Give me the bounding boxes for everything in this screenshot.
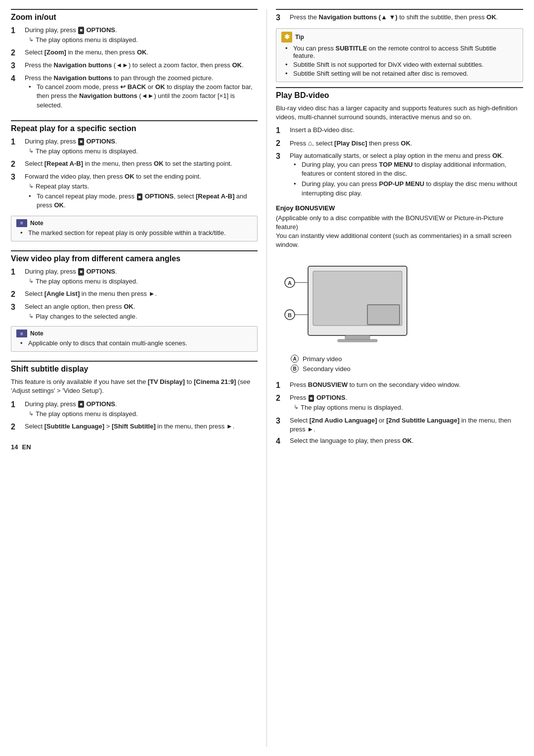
step-arrow: ↳ The play options menu is displayed. [29,147,258,156]
options-icon: ■ [78,138,84,145]
bd-diagram: A [281,255,424,351]
step-num: 3 [11,172,22,183]
zoom-step-1: 1 During play, press ■ OPTIONS. ↳ The pl… [11,26,258,46]
note-items: • The marked section for repeat play is … [16,229,252,236]
subtitle-step3-cont: 3 Press the Navigation buttons (▲ ▼) to … [276,9,523,82]
play-bd-title: Play BD-video [276,87,523,100]
step-num: 2 [276,139,287,149]
camera-step-3: 3 Select an angle option, then press OK.… [11,302,258,322]
step-num: 1 [11,26,22,36]
legend-item-b: B Secondary video [291,365,351,373]
zoom-step-4-bullets: • To cancel zoom mode, press ↩ BACK or O… [25,83,258,110]
note-label: Note [30,220,44,227]
step-content: Press the Navigation buttons (▲ ▼) to sh… [290,13,523,22]
step-content: Select [2nd Audio Language] or [2nd Subt… [290,416,523,434]
svg-rect-5 [367,305,400,325]
step-content: During play, press ■ OPTIONS. ↳ The play… [25,400,258,420]
svg-text:A: A [288,280,292,286]
note-icon: ≡ [16,330,27,337]
bullet-item: • To cancel repeat play mode, press ■ OP… [29,192,258,210]
step-num: 3 [276,13,287,23]
note-header: ≡ Note [16,330,252,337]
subtitle-step-3: 3 Press the Navigation buttons (▲ ▼) to … [276,13,523,23]
repeat-step-3: 3 Forward the video play, then press OK … [11,172,258,212]
bd-svg: A [281,255,424,349]
tip-icon: ✱ [281,32,292,43]
step-num: 1 [11,400,22,410]
legend-item-a: A Primary video [291,355,351,363]
play-bd-step-1: 1 Insert a BD-video disc. [276,126,523,136]
bonusview-steps: 1 Press BONUSVIEW to turn on the seconda… [276,380,523,446]
step-num: 2 [11,422,22,432]
repeat-note: ≡ Note • The marked section for repeat p… [11,216,258,241]
step-num: 3 [11,302,22,313]
step-content: Press the Navigation buttons (◄►) to sel… [25,61,258,70]
subtitle-title: Shift subtitle display [11,361,258,374]
step-content: Select [Angle List] in the menu then pre… [25,289,258,298]
subtitle-step-2: 2 Select [Subtitle Language] > [Shift Su… [11,422,258,432]
step-num: 1 [11,137,22,147]
step-content: Select the language to play, then press … [290,436,523,445]
options-icon: ■ [309,395,314,402]
bonusview-step-4: 4 Select the language to play, then pres… [276,436,523,447]
step-num: 1 [276,380,287,391]
repeat-title: Repeat play for a specific section [11,120,258,133]
options-icon: ■ [78,268,84,276]
play-bd-bullets: • During play, you can press TOP MENU to… [290,160,523,198]
step-num: 2 [11,159,22,170]
step-content: During play, press ■ OPTIONS. ↳ The play… [25,137,258,157]
repeat-step-1: 1 During play, press ■ OPTIONS. ↳ The pl… [11,137,258,157]
subtitle-intro: This feature is only available if you ha… [11,378,258,395]
play-bd-step-3: 3 Play automatically starts, or select a… [276,151,523,199]
bonusview-title: Enjoy BONUSVIEW [276,204,523,212]
step-content: Press ⌂, select [Play Disc] then press O… [290,139,523,148]
step-num: 3 [276,151,287,162]
play-bd-steps: 1 Insert a BD-video disc. 2 Press ⌂, sel… [276,126,523,199]
bonusview-step-2: 2 Press ■ OPTIONS. ↳ The play options me… [276,393,523,413]
footer: 14 EN [11,441,258,451]
svg-rect-6 [345,335,370,339]
bonusview-intro: (Applicable only to a disc compatible wi… [276,214,523,250]
svg-rect-7 [338,339,377,342]
step-content: Insert a BD-video disc. [290,126,523,135]
step-content: Select [Zoom] in the menu, then press OK… [25,48,258,57]
step-content: Press the Navigation buttons to pan thro… [25,74,258,111]
note-item: • The marked section for repeat play is … [20,229,252,236]
step-num: 3 [11,61,22,71]
step-arrow: ↳ Play changes to the selected angle. [29,312,258,321]
page-number: 14 [11,443,18,451]
bd-legend: A Primary video B Secondary video [291,355,351,375]
bd-diagram-area: A [276,255,523,375]
legend-circle-b: B [291,365,299,373]
note-item: • Applicable only to discs that contain … [20,339,252,347]
step-num: 2 [11,48,22,58]
svg-text:B: B [288,312,292,318]
play-bd-step-2: 2 Press ⌂, select [Play Disc] then press… [276,139,523,149]
bullet-item: • During play, you can press TOP MENU to… [294,160,523,178]
lang-badge: EN [22,443,31,451]
subtitle-steps: 1 During play, press ■ OPTIONS. ↳ The pl… [11,400,258,432]
tip-item: • Subtitle Shift is not supported for Di… [285,61,518,68]
step-arrow: ↳ The play options menu is displayed. [29,36,258,45]
step-content: During play, press ■ OPTIONS. ↳ The play… [25,26,258,46]
zoom-step-3: 3 Press the Navigation buttons (◄►) to s… [11,61,258,71]
camera-note: ≡ Note • Applicable only to discs that c… [11,326,258,352]
step-content: During play, press ■ OPTIONS. ↳ The play… [25,267,258,287]
subtitle-step-1: 1 During play, press ■ OPTIONS. ↳ The pl… [11,400,258,420]
bullet-item: • During play, you can press POP-UP MENU… [294,180,523,197]
note-label: Note [30,330,44,337]
bonusview-section: Enjoy BONUSVIEW (Applicable only to a di… [276,204,523,447]
step-arrow: ↳ The play options menu is displayed. [294,403,523,412]
step-arrow: ↳ The play options menu is displayed. [29,410,258,419]
options-icon: ■ [137,193,142,201]
zoom-step-2: 2 Select [Zoom] in the menu, then press … [11,48,258,58]
section-camera: View video play from different camera an… [11,250,258,352]
tip-label: Tip [295,34,304,41]
step-content: Forward the video play, then press OK to… [25,172,258,212]
repeat-bullets: • To cancel repeat play mode, press ■ OP… [25,192,258,210]
note-text: The marked section for repeat play is on… [28,229,226,236]
section-zoom: Zoom in/out 1 During play, press ■ OPTIO… [11,9,258,111]
legend-text-a: Primary video [303,355,342,363]
section-play-bd: Play BD-video Blu-ray video disc has a l… [276,87,523,447]
step-num: 2 [11,289,22,300]
